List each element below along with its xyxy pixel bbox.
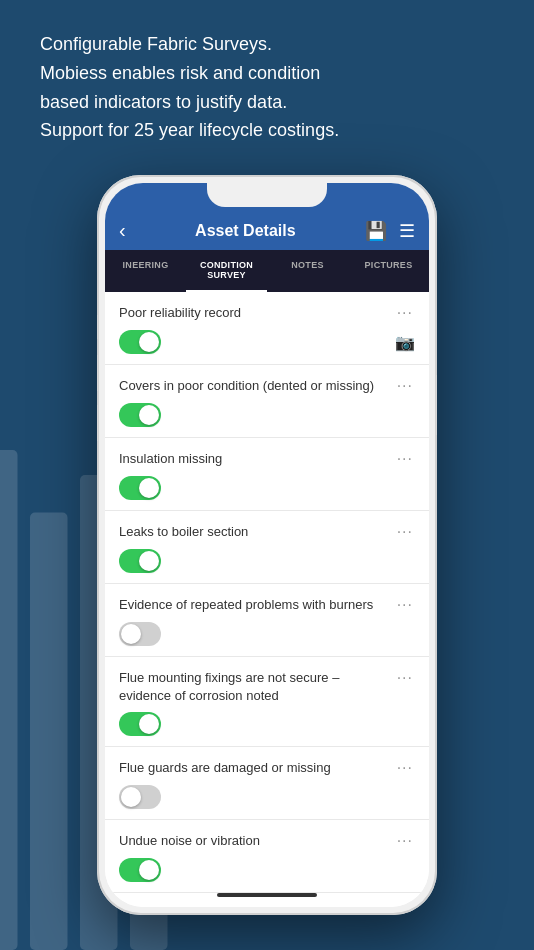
notch [207, 183, 327, 207]
item-menu-button[interactable]: ··· [395, 304, 415, 322]
phone-frame: ‹ Asset Details 💾 ☰ INEERING CONDITION S… [97, 175, 437, 915]
tab-engineering[interactable]: INEERING [105, 250, 186, 292]
promo-text: Configurable Fabric Surveys. Mobiess ena… [0, 30, 534, 145]
volume-down-button [97, 405, 98, 441]
survey-item: Flue mounting fixings are not secure – e… [105, 657, 429, 747]
tab-notes[interactable]: NOTES [267, 250, 348, 292]
survey-item: Evidence of repeated problems with burne… [105, 584, 429, 657]
survey-item-toggle[interactable] [119, 622, 161, 646]
survey-item-label: Insulation missing [119, 450, 395, 468]
survey-item-label: Leaks to boiler section [119, 523, 395, 541]
survey-item-label: Flue guards are damaged or missing [119, 759, 395, 777]
menu-button[interactable]: ☰ [399, 220, 415, 242]
survey-item-toggle[interactable] [119, 403, 161, 427]
content-area: Poor reliability record ··· 📷 Covers in … [105, 292, 429, 907]
survey-item-label: Poor reliability record [119, 304, 395, 322]
item-menu-button[interactable]: ··· [395, 596, 415, 614]
survey-item-toggle[interactable] [119, 785, 161, 809]
svg-rect-1 [30, 513, 68, 951]
survey-item: Poor reliability record ··· 📷 [105, 292, 429, 365]
survey-item-toggle[interactable] [119, 476, 161, 500]
header-actions: 💾 ☰ [365, 220, 415, 242]
volume-up-button [97, 355, 98, 391]
survey-item-label: Undue noise or vibration [119, 832, 395, 850]
svg-rect-0 [0, 450, 18, 950]
silent-switch [97, 315, 98, 339]
survey-item-label: Evidence of repeated problems with burne… [119, 596, 395, 614]
power-button [436, 375, 437, 435]
survey-item: Insulation missing ··· [105, 438, 429, 511]
item-menu-button[interactable]: ··· [395, 450, 415, 468]
tab-bar: INEERING CONDITION SURVEY NOTES PICTURES [105, 250, 429, 292]
survey-item-toggle[interactable] [119, 330, 161, 354]
back-button[interactable]: ‹ [119, 219, 126, 242]
app-header: ‹ Asset Details 💾 ☰ [105, 211, 429, 250]
save-button[interactable]: 💾 [365, 220, 387, 242]
survey-item: Flue guards are damaged or missing ··· [105, 747, 429, 820]
survey-item-label: Flue mounting fixings are not secure – e… [119, 669, 395, 704]
item-menu-button[interactable]: ··· [395, 832, 415, 850]
app-title: Asset Details [195, 222, 296, 240]
tab-pictures[interactable]: PICTURES [348, 250, 429, 292]
item-menu-button[interactable]: ··· [395, 759, 415, 777]
camera-icon[interactable]: 📷 [395, 333, 415, 352]
survey-item-toggle[interactable] [119, 712, 161, 736]
survey-item: Leaks to boiler section ··· [105, 511, 429, 584]
survey-item-label: Covers in poor condition (dented or miss… [119, 377, 395, 395]
item-menu-button[interactable]: ··· [395, 905, 415, 907]
survey-item-label: Major deterioration and/or damage [119, 905, 395, 907]
survey-item-toggle[interactable] [119, 858, 161, 882]
phone-screen: ‹ Asset Details 💾 ☰ INEERING CONDITION S… [105, 183, 429, 907]
home-indicator [217, 893, 317, 897]
item-menu-button[interactable]: ··· [395, 377, 415, 395]
survey-item-toggle[interactable] [119, 549, 161, 573]
survey-item: Covers in poor condition (dented or miss… [105, 365, 429, 438]
item-menu-button[interactable]: ··· [395, 523, 415, 541]
survey-item: Undue noise or vibration ··· [105, 820, 429, 893]
item-menu-button[interactable]: ··· [395, 669, 415, 687]
tab-condition-survey[interactable]: CONDITION SURVEY [186, 250, 267, 292]
